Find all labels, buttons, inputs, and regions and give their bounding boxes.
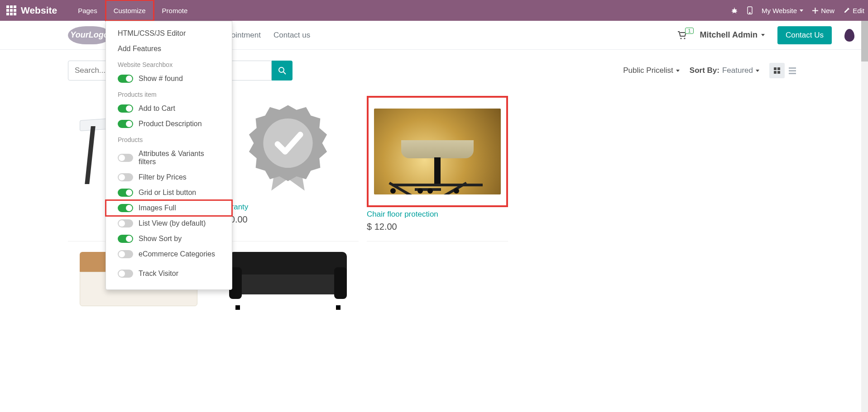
grid-view-button[interactable] — [769, 63, 785, 78]
edit-label: Edit — [853, 7, 864, 14]
tab-promote[interactable]: Promote — [154, 0, 196, 21]
toggle-switch[interactable] — [118, 173, 133, 181]
admin-tabs: Pages Customize Promote — [70, 0, 196, 21]
toggle-label: Filter by Prices — [139, 173, 187, 181]
chevron-down-icon — [756, 70, 759, 72]
toggle-label: eCommerce Categories — [139, 250, 215, 258]
user-dropdown[interactable]: Mitchell Admin — [700, 30, 765, 40]
toggle-switch[interactable] — [118, 120, 133, 128]
toggle-label: Show Sort by — [139, 235, 182, 243]
svg-point-6 — [263, 118, 312, 168]
toggle-label: Show # found — [139, 75, 183, 83]
tab-customize[interactable]: Customize — [106, 0, 154, 21]
toggle-track-visitor[interactable]: Track Visitor — [106, 266, 232, 281]
toggle-switch[interactable] — [118, 104, 133, 113]
theme-drop-icon[interactable] — [844, 29, 854, 42]
product-price: $ 20.00 — [217, 214, 359, 225]
admin-right: My Website New Edit — [731, 6, 864, 14]
toggle-list-view-default[interactable]: List View (by default) — [106, 216, 232, 231]
edit-button[interactable]: Edit — [844, 7, 864, 14]
toggle-ecommerce-categories[interactable]: eCommerce Categories — [106, 246, 232, 262]
toggle-attributes-filters[interactable]: Attributes & Variants filters — [106, 146, 232, 170]
toggle-switch[interactable] — [118, 189, 133, 197]
product-title: Chair floor protection — [367, 210, 508, 219]
toggle-show-sort[interactable]: Show Sort by — [106, 231, 232, 246]
contact-us-button[interactable]: Contact Us — [777, 26, 832, 44]
header-right: 1 Mitchell Admin Contact Us — [677, 26, 854, 44]
admin-bar: Website Pages Customize Promote My Websi… — [0, 0, 868, 21]
user-name: Mitchell Admin — [700, 30, 758, 40]
brand-label[interactable]: Website — [21, 5, 57, 16]
svg-point-3 — [680, 38, 681, 39]
grid-icon — [774, 67, 780, 74]
sort-label: Sort By: — [690, 66, 719, 75]
product-price: $ 12.00 — [367, 222, 508, 232]
view-toggles — [769, 63, 800, 78]
my-website-label: My Website — [762, 7, 797, 14]
search-button[interactable] — [272, 61, 293, 81]
toggle-label: Add to Cart — [139, 104, 175, 113]
toggle-label: Grid or List button — [139, 189, 196, 197]
product-image — [370, 99, 504, 204]
toggle-switch[interactable] — [118, 219, 133, 227]
toggle-product-description[interactable]: Product Description — [106, 116, 232, 132]
toggle-switch[interactable] — [118, 75, 133, 83]
list-view-button[interactable] — [785, 63, 800, 78]
product-image — [217, 96, 359, 200]
warranty-badge-icon — [240, 100, 336, 195]
chevron-down-icon — [676, 70, 680, 72]
toggle-switch[interactable] — [118, 270, 133, 278]
toggle-switch[interactable] — [118, 154, 133, 162]
product-card[interactable]: Chair floor protection $ 12.00 — [367, 96, 508, 242]
nav-contact[interactable]: Contact us — [273, 31, 310, 40]
my-website-dropdown[interactable]: My Website — [762, 7, 803, 14]
tab-pages[interactable]: Pages — [70, 0, 106, 21]
product-card[interactable] — [217, 250, 359, 317]
toggle-label: Product Description — [139, 120, 202, 128]
toggle-switch[interactable] — [118, 250, 133, 258]
toggle-filter-prices[interactable]: Filter by Prices — [106, 170, 232, 185]
sort-dropdown[interactable]: Sort By: Featured — [690, 66, 759, 75]
chevron-down-icon — [761, 34, 765, 36]
bug-icon[interactable] — [731, 7, 738, 14]
pricelist-label: Public Pricelist — [623, 66, 673, 75]
toggle-grid-list[interactable]: Grid or List button — [106, 185, 232, 200]
logo-text: YourLogo — [70, 30, 108, 40]
sort-value: Featured — [722, 66, 753, 75]
apps-icon[interactable] — [6, 5, 16, 15]
toggle-switch[interactable] — [118, 204, 133, 212]
scrollbar[interactable] — [861, 21, 868, 336]
toggle-label: Track Visitor — [139, 270, 178, 278]
new-button[interactable]: New — [812, 7, 834, 14]
menu-html-editor[interactable]: HTML/CSS/JS Editor — [106, 26, 232, 41]
svg-point-0 — [733, 9, 736, 13]
toggle-label: List View (by default) — [139, 219, 206, 227]
scrollbar-thumb[interactable] — [861, 21, 868, 62]
svg-point-5 — [279, 67, 284, 72]
svg-point-2 — [749, 13, 750, 14]
site-logo[interactable]: YourLogo — [68, 26, 111, 44]
menu-add-features[interactable]: Add Features — [106, 41, 232, 57]
toggle-add-to-cart[interactable]: Add to Cart — [106, 101, 232, 116]
section-searchbox: Website Searchbox — [106, 57, 232, 71]
mobile-icon[interactable] — [747, 6, 753, 14]
list-icon — [789, 67, 796, 74]
product-title: Warranty — [217, 203, 359, 212]
cart-button[interactable]: 1 — [677, 31, 687, 40]
cart-badge: 1 — [685, 28, 693, 34]
svg-point-4 — [684, 38, 685, 39]
new-label: New — [821, 7, 834, 14]
product-image — [217, 250, 359, 308]
toggle-show-found[interactable]: Show # found — [106, 71, 232, 86]
toggle-label: Attributes & Variants filters — [139, 150, 220, 166]
section-products-item: Products item — [106, 86, 232, 101]
toggle-switch[interactable] — [118, 235, 133, 243]
toggle-images-full[interactable]: Images Full — [106, 200, 232, 216]
customize-dropdown: HTML/CSS/JS Editor Add Features Website … — [106, 21, 232, 290]
chevron-down-icon — [800, 9, 803, 12]
product-card[interactable]: Warranty $ 20.00 — [217, 96, 359, 242]
toggle-label: Images Full — [139, 204, 176, 212]
toolbar-right: Public Pricelist Sort By: Featured — [623, 63, 800, 78]
section-products: Products — [106, 132, 232, 146]
pricelist-dropdown[interactable]: Public Pricelist — [623, 66, 680, 75]
